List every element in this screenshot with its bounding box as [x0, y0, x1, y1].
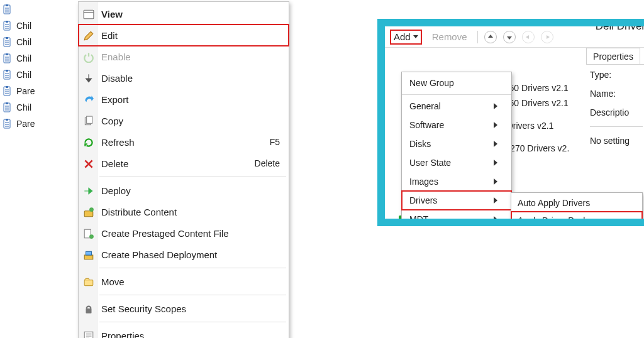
prop-description-label: Descriptio — [590, 107, 644, 117]
delete-icon — [83, 158, 94, 170]
menu-export[interactable]: Export — [79, 89, 289, 110]
list-item[interactable]: Chil — [3, 50, 77, 67]
svg-rect-12 — [4, 103, 10, 112]
svg-rect-7 — [6, 53, 8, 55]
svg-point-22 — [89, 234, 94, 239]
task-sequence-icon — [3, 4, 13, 14]
menu-separator — [99, 295, 286, 295]
prop-type-label: Type: — [590, 70, 644, 80]
menu-refresh[interactable]: Refresh F5 — [79, 131, 289, 153]
phased-icon — [83, 249, 94, 261]
svg-rect-8 — [4, 70, 10, 79]
indent-icon — [541, 31, 553, 43]
menu-view[interactable]: View — [79, 3, 289, 25]
drivers-submenu: Auto Apply Drivers Apply Driver Package — [511, 192, 643, 226]
svg-rect-13 — [6, 102, 8, 104]
svg-rect-23 — [84, 255, 93, 259]
menu-separator — [99, 177, 286, 177]
list-item[interactable]: Pare — [3, 83, 77, 99]
svg-rect-26 — [86, 308, 92, 313]
svg-rect-4 — [4, 38, 10, 46]
move-icon — [83, 276, 94, 288]
disable-arrow-icon — [83, 73, 94, 84]
sub-apply-driver-package[interactable]: Apply Driver Package — [511, 212, 642, 226]
shortcut-label: Delete — [255, 158, 280, 168]
menu-properties[interactable]: Properties — [79, 325, 289, 338]
menu-create-phased[interactable]: Create Phased Deployment — [79, 244, 289, 265]
menu-create-prestaged[interactable]: Create Prestaged Content File — [79, 222, 289, 244]
svg-point-20 — [89, 207, 94, 212]
chevron-down-icon — [413, 35, 418, 38]
svg-rect-1 — [6, 4, 8, 6]
editor-title: Dell Driver — [536, 20, 644, 33]
move-down-icon[interactable] — [503, 31, 516, 43]
prestaged-icon — [83, 228, 94, 239]
svg-rect-24 — [86, 251, 92, 255]
add-drivers[interactable]: Drivers — [402, 191, 511, 210]
menu-move[interactable]: Move — [79, 271, 289, 292]
svg-rect-25 — [84, 280, 93, 286]
menu-copy[interactable]: Copy — [79, 110, 289, 131]
menu-separator — [99, 268, 286, 268]
list-item[interactable]: Pare — [3, 116, 77, 132]
lock-icon — [83, 303, 94, 315]
list-item[interactable]: Chil — [3, 67, 77, 83]
pencil-icon — [83, 30, 94, 41]
svg-rect-6 — [4, 54, 10, 63]
list-item[interactable] — [3, 1, 77, 18]
menu-delete[interactable]: Delete Delete — [79, 153, 289, 174]
svg-rect-9 — [6, 70, 8, 72]
prop-no-settings-label: No setting — [590, 136, 644, 146]
menu-separator — [99, 322, 286, 322]
add-button[interactable]: Add — [390, 30, 422, 45]
svg-rect-5 — [6, 37, 8, 39]
copy-icon — [83, 116, 94, 127]
add-mdt[interactable]: MDT — [402, 210, 511, 226]
menu-set-security-scopes[interactable]: Set Security Scopes — [79, 298, 289, 319]
remove-button[interactable]: Remove — [428, 30, 471, 45]
svg-rect-18 — [87, 116, 92, 123]
svg-rect-15 — [6, 119, 8, 121]
view-icon — [83, 9, 94, 20]
move-up-icon[interactable] — [484, 31, 497, 43]
list-item[interactable]: Chil — [3, 18, 77, 34]
add-new-group[interactable]: New Group — [402, 74, 511, 92]
menu-enable: Enable — [79, 46, 289, 67]
enable-icon — [83, 52, 94, 63]
add-general[interactable]: General — [402, 97, 511, 116]
properties-icon — [83, 330, 94, 338]
menu-deploy[interactable]: Deploy — [79, 180, 289, 201]
prop-name-label: Name: — [590, 89, 644, 99]
menu-disable[interactable]: Disable — [79, 67, 289, 89]
list-item[interactable]: Chil — [3, 34, 77, 50]
tab-properties[interactable]: Properties — [586, 48, 640, 64]
outdent-icon — [522, 31, 535, 43]
svg-rect-3 — [6, 21, 8, 23]
chevron-right-icon — [494, 103, 497, 109]
svg-rect-0 — [4, 5, 10, 14]
menu-distribute-content[interactable]: Distribute Content — [79, 201, 289, 222]
shortcut-label: F5 — [270, 137, 280, 147]
menu-edit[interactable]: Edit — [79, 25, 289, 46]
export-icon — [83, 94, 94, 106]
task-sequence-editor: Dell Driver Add Remove 5050 Drivers v2.1 — [377, 19, 644, 226]
svg-rect-2 — [4, 21, 10, 30]
sub-auto-apply-drivers[interactable]: Auto Apply Drivers — [511, 194, 642, 212]
refresh-icon — [83, 137, 94, 148]
svg-rect-11 — [6, 86, 8, 88]
svg-rect-14 — [4, 119, 10, 128]
deploy-icon — [83, 185, 94, 197]
svg-rect-27 — [84, 332, 93, 338]
add-disks[interactable]: Disks — [402, 134, 511, 153]
svg-rect-16 — [84, 10, 94, 19]
svg-rect-10 — [4, 87, 10, 95]
add-images[interactable]: Images — [402, 172, 511, 191]
task-sequence-list: Chil Chil Chil Chil Pare Chil Pare — [3, 1, 77, 132]
distribute-icon — [83, 207, 94, 218]
add-software[interactable]: Software — [402, 116, 511, 134]
properties-pane: Properties Type: Name: Descriptio No set… — [586, 48, 644, 146]
list-item[interactable]: Chil — [3, 99, 77, 116]
context-menu: View Edit Enable Disable Export Copy Ref… — [78, 1, 289, 338]
add-menu: New Group General Software Disks User St… — [401, 72, 512, 226]
add-user-state[interactable]: User State — [402, 153, 511, 172]
